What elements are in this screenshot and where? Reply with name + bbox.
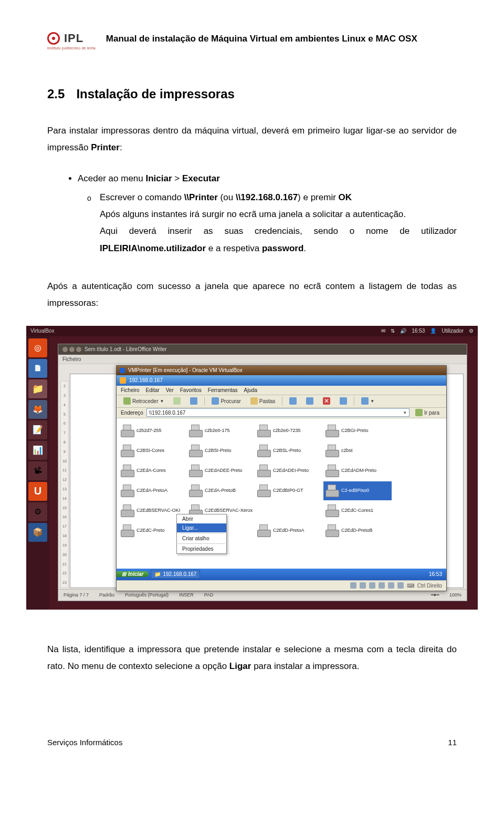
menu-ficheiro[interactable]: Ficheiro [62,356,81,362]
gear-icon[interactable]: ⚙ [469,328,474,334]
menu-editar[interactable]: Editar [146,387,160,393]
status-lang: Português (Portugal) [125,592,169,598]
copy-button[interactable] [303,396,316,406]
writer-title: Sem título 1.odt - LibreOffice Writer [85,346,166,352]
printer-item[interactable]: C2EdBIP0-GT [255,481,323,500]
ctx-properties[interactable]: Propriedades [177,544,226,553]
menu-ajuda[interactable]: Ajuda [244,387,258,393]
ctx-shortcut[interactable]: Criar atalho [177,534,226,543]
printer-icon [189,425,203,437]
printer-label: c2b2e0-175 [205,428,230,434]
printer-item[interactable]: C2EdD-PretoB [323,521,392,540]
printer-item[interactable]: c2b2d7-255 [119,421,187,440]
printer-item[interactable]: C2BGI-Preto [323,421,392,440]
printer-item[interactable]: c2b2e0-7235 [255,421,323,440]
step-access-menu: Aceder ao menu Iniciar > Executar Escrev… [78,170,457,257]
xp-taskbar: ⊞ Iniciar 📁 192.168.0.167 16:53 [117,569,446,580]
printer-item[interactable]: C2EdADM-Preto [323,461,392,480]
taskbar-item[interactable]: 📁 192.168.0.167 [151,570,200,579]
printer-item[interactable]: C2EdC-Cores1 [323,501,392,520]
start-button[interactable]: ⊞ Iniciar [117,571,149,577]
printer-item[interactable]: C2BSL-Preto [255,441,323,460]
go-button[interactable]: Ir para [413,408,442,417]
menu-favoritos[interactable]: Favoritos [180,387,202,393]
vm-shared-icon [388,582,394,589]
firefox-icon[interactable]: 🦊 [28,400,47,419]
folders-button[interactable]: Pastas [248,396,278,406]
printer-item[interactable]: C2BSI-Cores [119,441,187,460]
printer-icon [257,465,271,477]
explorer-menubar[interactable]: FicheiroEditarVerFavoritosFerramentasAju… [117,386,446,395]
move-icon [289,397,297,405]
logo-text: IPL [64,32,83,45]
close-icon[interactable] [62,347,68,352]
vm-mouse-icon [397,582,404,589]
maximize-icon[interactable] [76,347,81,352]
network-icon[interactable]: ⇅ [391,328,395,334]
topbar-user: Utilizador [442,328,464,334]
printer-item[interactable]: C2EdADEI-Preto [255,461,323,480]
ctx-open[interactable]: Abrir [177,514,226,523]
status-inser: INSER [179,592,194,598]
printer-label: C2EdADEE-Preto [205,468,243,473]
software-center-icon[interactable]: U [28,482,47,501]
printer-item[interactable]: C2EdADEE-Preto [187,461,255,480]
printer-item[interactable]: C2EdA-PretoB [187,481,255,500]
calc-app-icon[interactable]: 📊 [28,441,47,460]
vm-disk-icon [350,582,356,589]
files-icon[interactable]: 📁 [28,379,47,398]
vertical-ruler: 234567891011121314151617181920212223 [60,381,69,588]
printer-item[interactable]: C2-edBPiso0 [323,481,392,500]
printer-item[interactable] [255,501,323,520]
section-number: 2.5 [47,87,65,101]
printer-label: C2EdC-Preto [136,528,165,533]
printer-item[interactable]: C2EdA-Cores [119,461,187,480]
printer-label: C2EdBSERVAC-OKI [136,508,180,513]
menu-ferramentas[interactable]: Ferramentas [208,387,238,393]
explorer-titlebar: 192.168.0.167 [117,375,446,386]
views-button[interactable]: ▼ [359,396,377,406]
printer-label: c2b2d7-255 [136,428,162,434]
up-button[interactable] [187,396,200,406]
vm-net-icon [369,582,375,589]
sound-icon[interactable]: 🔊 [400,328,406,334]
ctx-connect[interactable]: Ligar... [177,523,226,532]
undo-button[interactable] [337,396,350,406]
menu-ver[interactable]: Ver [166,387,174,393]
forward-button[interactable] [171,396,183,406]
address-input[interactable]: \\192.168.0.167 ▼ [146,408,410,417]
printer-item[interactable]: C2EdD-PretoA [255,521,323,540]
printer-item[interactable]: C2BSI-Preto [187,441,255,460]
dash-icon[interactable]: ◎ [28,338,47,357]
user-icon[interactable]: 👤 [430,328,436,334]
printer-icon [326,445,339,457]
minimize-icon[interactable] [69,347,75,352]
logo-circle-icon [47,32,60,45]
zoom-slider-icon[interactable]: ━●━ [431,592,439,598]
undo-icon [340,397,347,405]
forward-arrow-icon [173,397,181,405]
virtualbox-icon[interactable]: 📦 [28,523,47,542]
printer-item[interactable]: c2b2e0-175 [187,421,255,440]
page-header: IPL instituto politécnico de leiria Manu… [47,32,457,50]
mail-icon[interactable]: ✉ [381,328,385,334]
menu-ficheiro[interactable]: Ficheiro [121,387,140,393]
dropdown-icon[interactable]: ▼ [403,410,407,415]
delete-button[interactable]: ✕ [320,396,333,406]
back-button[interactable]: Retroceder▼ [121,396,166,406]
writer-menubar[interactable]: Ficheiro [58,355,467,364]
search-button[interactable]: Procurar [209,396,243,406]
printer-label: C2EdBSERVAC-Xerox [205,508,253,513]
intro-paragraph: Para instalar impressoras dentro da máqu… [47,122,457,157]
printer-label: C2BGI-Preto [341,428,369,434]
writer-doc-icon[interactable]: 📄 [28,359,47,378]
impress-app-icon[interactable]: 📽 [28,461,47,480]
printer-item[interactable]: c2bst [323,441,392,460]
settings-icon[interactable]: ⚙ [28,502,47,521]
status-zoom: 100% [449,592,461,598]
writer-app-icon[interactable]: 📝 [28,420,47,439]
status-page: Página 7 / 7 [64,592,89,598]
printer-item[interactable]: C2EdA-PretoA [119,481,187,500]
move-button[interactable] [287,396,299,406]
printer-label: C2EdADM-Preto [341,468,376,473]
